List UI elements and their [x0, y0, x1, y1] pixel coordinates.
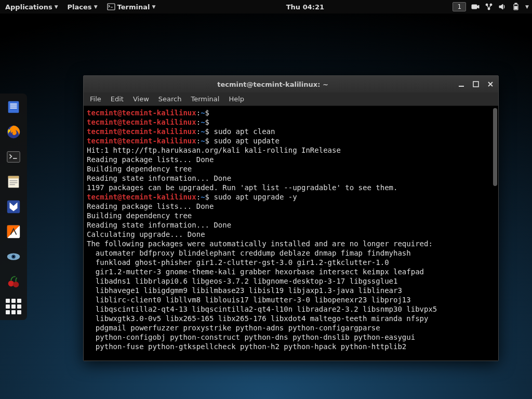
svg-rect-6 — [515, 3, 517, 4]
apps-grid-icon[interactable] — [4, 297, 23, 316]
battery-icon[interactable] — [512, 3, 520, 11]
maximize-button[interactable] — [472, 81, 480, 88]
applications-menu[interactable]: Applications ▼ — [3, 2, 60, 12]
menu-edit[interactable]: Edit — [111, 95, 124, 103]
dock — [0, 94, 27, 320]
eye-icon[interactable] — [4, 247, 23, 266]
terminal-icon[interactable] — [4, 148, 23, 166]
svg-rect-17 — [10, 182, 18, 183]
chevron-down-icon: ▼ — [55, 4, 58, 9]
places-label: Places — [68, 3, 92, 11]
chevron-down-icon[interactable]: ▼ — [525, 4, 529, 9]
svg-point-24 — [8, 281, 14, 286]
titlebar[interactable]: tecmint@tecmint-kalilinux: ~ — [84, 76, 498, 92]
svg-rect-16 — [10, 180, 18, 181]
menu-file[interactable]: File — [90, 95, 101, 103]
network-icon[interactable] — [485, 3, 493, 11]
chevron-down-icon: ▼ — [152, 4, 155, 9]
metasploit-icon[interactable] — [4, 197, 23, 216]
menu-view[interactable]: View — [133, 95, 149, 103]
svg-rect-18 — [10, 184, 15, 185]
scrollbar[interactable] — [493, 108, 497, 186]
record-icon[interactable] — [471, 3, 480, 11]
svg-rect-0 — [108, 4, 115, 10]
window-title: tecmint@tecmint-kalilinux: ~ — [88, 81, 458, 88]
text-editor-icon[interactable] — [4, 172, 23, 191]
terminal-menu[interactable]: Terminal ▼ — [105, 2, 158, 12]
terminal-icon — [107, 3, 115, 11]
terminal-window: tecmint@tecmint-kalilinux: ~ File Edit V… — [83, 75, 499, 361]
svg-rect-8 — [8, 101, 19, 113]
menubar: File Edit View Search Terminal Help — [84, 92, 498, 106]
files-icon[interactable] — [4, 98, 23, 116]
applications-label: Applications — [5, 3, 52, 11]
menu-terminal[interactable]: Terminal — [191, 95, 219, 103]
firefox-icon[interactable] — [4, 123, 23, 141]
svg-point-23 — [13, 256, 15, 258]
svg-rect-7 — [515, 6, 517, 9]
svg-rect-15 — [8, 176, 19, 179]
svg-rect-26 — [459, 86, 464, 87]
burpsuite-icon[interactable] — [4, 222, 23, 241]
workspace-indicator[interactable]: 1 — [453, 2, 466, 11]
chevron-down-icon: ▼ — [94, 4, 98, 9]
places-menu[interactable]: Places ▼ — [65, 2, 100, 12]
svg-point-25 — [13, 282, 19, 287]
terminal-output[interactable]: tecmint@tecmint-kalilinux:~$ tecmint@tec… — [84, 106, 498, 361]
top-panel: Applications ▼ Places ▼ Terminal ▼ Thu 0… — [0, 0, 532, 14]
svg-rect-11 — [10, 108, 17, 109]
menu-help[interactable]: Help — [229, 95, 244, 103]
svg-rect-13 — [7, 152, 20, 163]
svg-rect-27 — [473, 82, 478, 87]
svg-rect-9 — [10, 103, 17, 104]
svg-rect-10 — [10, 105, 17, 107]
menu-search[interactable]: Search — [158, 95, 182, 103]
clock[interactable]: Thu 04:21 — [157, 3, 453, 11]
close-button[interactable] — [487, 81, 494, 88]
minimize-button[interactable] — [458, 81, 465, 88]
cherrytree-icon[interactable] — [4, 272, 23, 291]
svg-rect-1 — [472, 5, 477, 9]
terminal-menu-label: Terminal — [117, 3, 150, 11]
volume-icon[interactable] — [498, 3, 507, 11]
